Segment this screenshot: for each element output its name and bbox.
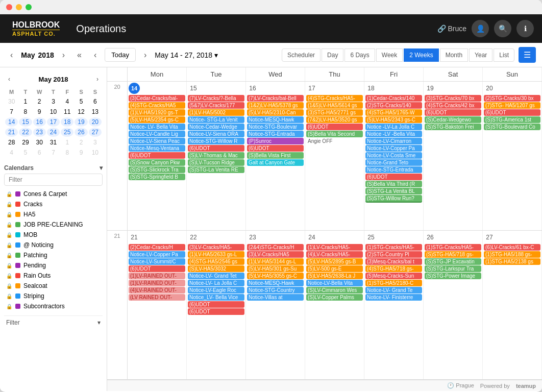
maximize-icon[interactable]: [26, 4, 32, 10]
mini-cal-date[interactable]: 19: [75, 117, 87, 127]
calendar-event[interactable]: (2)STG-Cracks/30 bx: [484, 95, 540, 102]
calendar-event[interactable]: (S)Cedar-Wedgewo: [425, 116, 481, 123]
mini-cal-date[interactable]: 15: [19, 117, 32, 127]
calendar-event[interactable]: (6)UDOT: [306, 124, 363, 130]
calendar-event[interactable]: Notice-Mesq-Ventana: [129, 145, 185, 152]
calendar-event[interactable]: (LV RAINED OUT-: [129, 294, 185, 301]
calendar-event[interactable]: (5)LV-HA5/2310-Can: [247, 109, 304, 116]
calendar-event[interactable]: (1)LV-HA5/1920 gs-T: [129, 109, 185, 116]
calendar-event[interactable]: (S)STG-Springfield B: [129, 174, 185, 180]
calendar-event[interactable]: (3)LV-Cracks/HA5: [247, 251, 304, 258]
mini-cal-date[interactable]: 14: [5, 117, 18, 127]
calendar-event[interactable]: (3)Cedar-Cracks/bal-: [129, 95, 185, 102]
calendar-event[interactable]: (1)LV-RAINED OUT-: [129, 273, 185, 279]
calendar-event[interactable]: Notice_LV- Bella Vice: [188, 294, 244, 301]
mini-cal-date[interactable]: 11: [61, 107, 73, 116]
calendar-event[interactable]: (S)Snow Canyon Pkw: [129, 159, 185, 166]
calendar-event[interactable]: (S)LV-Copper Palms: [306, 294, 363, 301]
mini-cal-date[interactable]: 5: [75, 97, 87, 106]
mini-cal-date[interactable]: 8: [19, 107, 32, 116]
mini-cal-date[interactable]: 6: [89, 97, 102, 106]
calendar-event[interactable]: (1)STG-Cracks/HA5-: [365, 244, 422, 251]
calendar-event[interactable]: (2&4)STG-Cracks/H: [247, 244, 304, 251]
mini-cal-date[interactable]: 7: [5, 107, 18, 116]
calendar-event[interactable]: Notice-Cedar-Wedge: [188, 124, 244, 130]
calendar-event[interactable]: Notice- LV- Bella Vita: [129, 124, 185, 130]
calendar-event[interactable]: Notice-STG-Country: [247, 287, 304, 293]
calendar-event[interactable]: (S)STG-Boulevard Co: [484, 124, 540, 130]
calendar-event[interactable]: (5)LV-HA5/2343 gs-C: [365, 116, 422, 123]
calendar-event[interactable]: (1)LV-HA5/5002: [188, 109, 244, 116]
calendar-event[interactable]: (2)Cedar-Cracks/H: [129, 244, 185, 251]
calendar-event[interactable]: (4)STG-Cracks/HA5-: [306, 95, 363, 102]
calendar-event[interactable]: (S)STG-Power Image: [425, 273, 481, 279]
prev-range-button[interactable]: ‹: [90, 48, 101, 62]
calendar-event[interactable]: (1&5)LV-HA5/5614 gs: [306, 102, 363, 109]
calendar-event[interactable]: (5)LV-HA5/2354 gs-C: [129, 116, 185, 123]
calendar-event[interactable]: (6)UDOT: [188, 145, 244, 152]
calendar-event[interactable]: Notice-LV- Grand Tet: [188, 273, 244, 279]
scheduler-view-button[interactable]: Scheduler: [282, 48, 321, 62]
calendar-event[interactable]: (1)Cedar-Cracks/140: [365, 95, 422, 102]
calendar-event[interactable]: (5)LV-500 gs-E: [306, 265, 363, 272]
mini-cal-date[interactable]: 3: [47, 97, 60, 106]
calendar-event[interactable]: (6)UDOT: [365, 174, 422, 180]
mini-cal-prev[interactable]: ‹: [4, 74, 14, 85]
mini-cal-date[interactable]: 4: [61, 97, 73, 106]
mini-cal-date[interactable]: 9: [75, 148, 87, 157]
calendar-event[interactable]: Notice-LV-Cimarron: [365, 138, 422, 144]
calendar-event[interactable]: Notice-LV-Candle Lig: [129, 131, 185, 137]
calendar-event[interactable]: (3)STG-HA5/2771 gs: [306, 109, 363, 116]
calendar-event[interactable]: Notice-LV-Summit/C: [129, 258, 185, 265]
minimize-icon[interactable]: [16, 4, 22, 10]
search-button[interactable]: 🔍: [494, 20, 511, 37]
mini-cal-date[interactable]: 30: [33, 138, 46, 147]
calendar-event[interactable]: (5)LV-HA5/2638-La J: [306, 273, 363, 279]
day-view-button[interactable]: Day: [322, 48, 343, 62]
today-button[interactable]: Today: [105, 48, 136, 62]
sidebar-item-job-pre[interactable]: 🔒 JOB PRE-CLEANING: [4, 219, 103, 230]
2weeks-view-button[interactable]: 2 Weeks: [404, 48, 438, 62]
prev-month-button[interactable]: ‹: [6, 48, 17, 62]
calendar-event[interactable]: (4)STG-HA5/2546 gs: [188, 258, 244, 265]
year-view-button[interactable]: Year: [469, 48, 492, 62]
sidebar-item-ha5[interactable]: 🔒 HA5: [4, 209, 103, 219]
calendar-event[interactable]: (1)STG-HA5/188 gs-: [484, 251, 540, 258]
calendar-event[interactable]: (6)UDOT: [484, 109, 540, 116]
sidebar-item-cones[interactable]: 🔒 Cones & Carpet: [4, 189, 103, 199]
calendar-event[interactable]: (P)Sunroc: [247, 138, 304, 144]
calendar-event[interactable]: (6)UDOT: [188, 301, 244, 308]
mini-cal-date[interactable]: 10: [47, 107, 60, 116]
calendar-event[interactable]: (S)LV-HA5/3032: [188, 265, 244, 272]
calendar-event[interactable]: (1)STG-HA5/2138 gs: [484, 258, 540, 265]
calendar-event[interactable]: (6)UDOT: [129, 152, 185, 159]
calendar-event[interactable]: (S)STG-JP Excavatin: [425, 258, 481, 265]
calendar-event[interactable]: (S)STG-America 1st: [484, 116, 540, 123]
calendar-event[interactable]: (2)STG-Cracks/140: [365, 102, 422, 109]
mini-cal-date[interactable]: 2: [33, 97, 46, 106]
calendar-event[interactable]: (3)Mesq-Cracks/bal t: [365, 258, 422, 265]
sidebar-item-sealcoat[interactable]: 🔒 Sealcoat: [4, 281, 103, 291]
calendar-event[interactable]: Notice-MESQ-Hawk: [247, 116, 304, 123]
calendar-event[interactable]: (1)LV-RAINED OUT-: [129, 280, 185, 286]
calendar-event[interactable]: (7&2)LV-HA5/3520 gs: [306, 116, 363, 123]
calendar-event[interactable]: (5&7)LV-Cracks/177: [188, 102, 244, 109]
mini-cal-date[interactable]: 29: [19, 138, 32, 147]
calendar-event[interactable]: (S)STG-Larkspur Tra: [425, 265, 481, 272]
mini-cal-date[interactable]: 12: [75, 107, 87, 116]
mini-cal-date[interactable]: 18: [61, 117, 73, 127]
close-icon[interactable]: [6, 4, 12, 10]
6days-view-button[interactable]: 6 Days: [344, 48, 375, 62]
mini-cal-date[interactable]: 30: [5, 97, 18, 106]
calendar-event[interactable]: (1)STG-Cracks/HA5-: [425, 244, 481, 251]
mini-cal-date[interactable]: 5: [19, 148, 32, 157]
calendar-event[interactable]: (S)STG-Willow Run?: [365, 195, 422, 203]
calendar-event[interactable]: (6)UDOT: [247, 145, 304, 152]
mini-cal-date[interactable]: 1: [61, 138, 73, 147]
calendar-event[interactable]: (S)STG-Slickrock Tra: [129, 166, 185, 173]
mini-cal-date[interactable]: 7: [47, 148, 60, 157]
calendar-event[interactable]: Notice-LV-Copper Pa: [129, 251, 185, 258]
calendar-event[interactable]: (4)STG-Cracks/HA5: [129, 102, 185, 109]
calendar-event[interactable]: (6)UDOT: [425, 109, 481, 116]
calendar-event[interactable]: (S)Bella Vita Second: [306, 131, 363, 137]
